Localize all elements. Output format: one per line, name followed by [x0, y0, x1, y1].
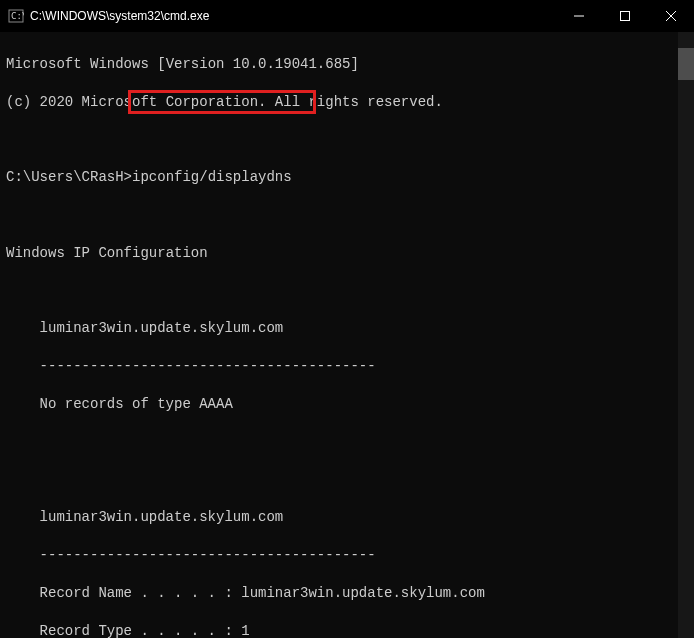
window-titlebar: C:\ C:\WINDOWS\system32\cmd.exe [0, 0, 694, 32]
version-line: Microsoft Windows [Version 10.0.19041.68… [6, 55, 688, 74]
prompt-line: C:\Users\CRasH>ipconfig/displaydns [6, 168, 688, 187]
dns-host: luminar3win.update.skylum.com [6, 319, 688, 338]
blank-line [6, 470, 688, 489]
minimize-button[interactable] [556, 0, 602, 32]
vertical-scrollbar[interactable] [678, 32, 694, 638]
blank-line [6, 206, 688, 225]
window-controls [556, 0, 694, 32]
svg-text:C:\: C:\ [11, 11, 24, 21]
dns-norecords: No records of type AAAA [6, 395, 688, 414]
window-title: C:\WINDOWS\system32\cmd.exe [30, 9, 556, 23]
copyright-line: (c) 2020 Microsoft Corporation. All righ… [6, 93, 688, 112]
close-button[interactable] [648, 0, 694, 32]
dns-dashes: ---------------------------------------- [6, 357, 688, 376]
scrollbar-thumb[interactable] [678, 48, 694, 80]
dns-host: luminar3win.update.skylum.com [6, 508, 688, 527]
maximize-button[interactable] [602, 0, 648, 32]
blank-line [6, 433, 688, 452]
dns-dashes: ---------------------------------------- [6, 546, 688, 565]
config-heading: Windows IP Configuration [6, 244, 688, 263]
command-text: ipconfig/displaydns [132, 169, 292, 185]
prompt-path: C:\Users\CRasH> [6, 169, 132, 185]
blank-line [6, 282, 688, 301]
terminal-output[interactable]: Microsoft Windows [Version 10.0.19041.68… [0, 32, 694, 638]
cmd-icon: C:\ [8, 8, 24, 24]
blank-line [6, 130, 688, 149]
svg-rect-3 [621, 12, 630, 21]
record-line: Record Type . . . . . : 1 [6, 622, 688, 638]
record-line: Record Name . . . . . : luminar3win.upda… [6, 584, 688, 603]
